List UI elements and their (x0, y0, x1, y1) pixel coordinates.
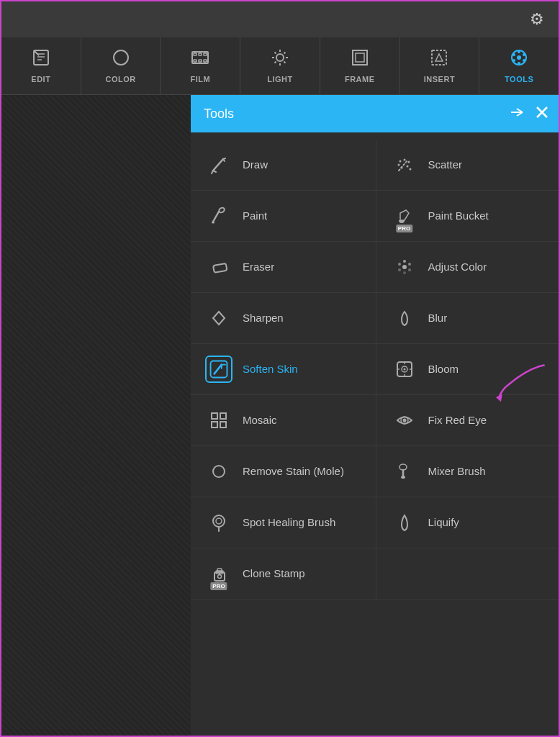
svg-rect-8 (199, 53, 202, 55)
draw-label: Draw (243, 158, 268, 172)
tool-row-1: Draw (191, 140, 560, 191)
tab-light[interactable]: LIGHT (240, 37, 320, 94)
mosaic-icon-wrapper (205, 407, 232, 434)
svg-point-45 (399, 160, 401, 163)
svg-marker-25 (435, 54, 443, 61)
tool-draw[interactable]: Draw (191, 140, 376, 190)
eraser-icon-wrapper (205, 253, 232, 281)
tool-row-5: Soften Skin Bloom (191, 344, 560, 395)
tool-sharpen[interactable]: Sharpen (191, 293, 376, 343)
svg-point-33 (512, 53, 515, 56)
tab-frame[interactable]: FRAME (320, 37, 400, 94)
pro-badge-clone-stamp: PRO (210, 582, 227, 590)
tool-bloom[interactable]: Bloom (376, 344, 561, 394)
tool-row-8: Spot Healing Brush Liquify (191, 497, 560, 548)
tab-edit[interactable]: EDIT (1, 37, 81, 94)
fix-red-eye-label: Fix Red Eye (428, 413, 487, 428)
svg-line-21 (275, 62, 276, 63)
tool-spot-healing[interactable]: Spot Healing Brush (191, 497, 376, 548)
svg-rect-77 (220, 422, 226, 428)
top-bar: ⚙ (1, 1, 559, 37)
tool-eraser[interactable]: Eraser (191, 242, 376, 292)
draw-icon-wrapper (205, 151, 232, 178)
svg-point-60 (408, 268, 411, 271)
tool-row-9: PRO Clone Stamp (191, 548, 560, 600)
tool-soften-skin[interactable]: Soften Skin (191, 344, 376, 394)
svg-rect-76 (212, 422, 217, 428)
scatter-label: Scatter (428, 158, 463, 172)
tab-edit-label: EDIT (31, 75, 50, 83)
tool-blur[interactable]: Blur (376, 293, 561, 343)
svg-line-1 (34, 50, 39, 55)
spot-healing-icon-wrapper (205, 509, 232, 536)
nav-tabs: EDIT COLOR FILM (1, 37, 559, 95)
tab-film[interactable]: FILM (161, 37, 240, 94)
edit-icon (32, 48, 50, 71)
remove-stain-icon-wrapper (205, 458, 232, 485)
blur-icon-wrapper (391, 304, 418, 332)
svg-point-31 (518, 62, 520, 65)
paint-bucket-icon-wrapper: PRO (391, 202, 418, 230)
liquify-icon-wrapper (391, 509, 418, 536)
adjust-color-label: Adjust Color (428, 260, 487, 274)
tab-color-label: COLOR (105, 75, 135, 83)
adjust-color-icon-wrapper (391, 253, 418, 281)
tool-scatter[interactable]: Scatter (376, 140, 561, 190)
svg-point-56 (402, 265, 407, 269)
svg-point-13 (276, 54, 284, 61)
tab-color[interactable]: COLOR (81, 37, 161, 94)
svg-point-84 (213, 515, 225, 527)
svg-line-18 (275, 53, 276, 54)
svg-rect-11 (199, 60, 202, 62)
svg-point-61 (403, 260, 406, 263)
paint-bucket-label: Paint Bucket (428, 209, 489, 223)
tool-liquify[interactable]: Liquify (376, 497, 561, 548)
tab-tools[interactable]: TOOLS (479, 37, 559, 94)
mosaic-label: Mosaic (243, 413, 277, 428)
svg-rect-9 (204, 53, 207, 55)
tool-clone-stamp[interactable]: PRO Clone Stamp (191, 548, 376, 599)
tab-frame-label: FRAME (345, 75, 375, 83)
svg-point-85 (216, 518, 222, 524)
svg-point-27 (517, 55, 521, 60)
pin-icon[interactable] (510, 105, 524, 123)
svg-point-83 (401, 476, 405, 479)
svg-point-90 (218, 575, 222, 579)
tool-row-6: Mosaic Fix Red Eye (191, 395, 560, 446)
tool-row-7: Remove Stain (Mole) Mixer Brush (191, 446, 560, 497)
tools-header-actions (510, 105, 548, 123)
bloom-label: Bloom (428, 362, 459, 376)
tool-empty (376, 548, 561, 599)
gear-icon[interactable]: ⚙ (530, 10, 544, 29)
svg-point-57 (398, 263, 401, 266)
eraser-label: Eraser (243, 260, 274, 274)
svg-point-49 (406, 166, 408, 168)
tool-row-3: Eraser Adjust Color (191, 242, 560, 293)
spot-healing-label: Spot Healing Brush (243, 515, 335, 530)
tool-remove-stain[interactable]: Remove Stain (Mole) (191, 446, 376, 497)
svg-rect-22 (353, 50, 367, 65)
sharpen-label: Sharpen (243, 311, 284, 325)
tab-insert[interactable]: INSERT (400, 37, 480, 94)
paint-label: Paint (243, 209, 267, 223)
svg-point-58 (408, 263, 411, 266)
tool-fix-red-eye[interactable]: Fix Red Eye (376, 395, 561, 446)
svg-point-79 (402, 419, 406, 422)
svg-point-54 (212, 222, 214, 224)
svg-line-19 (284, 62, 286, 63)
tool-paint-bucket[interactable]: PRO Paint Bucket (376, 191, 561, 241)
svg-line-20 (284, 53, 286, 54)
tab-insert-label: INSERT (424, 75, 455, 83)
tool-mosaic[interactable]: Mosaic (191, 395, 376, 446)
svg-line-64 (214, 365, 222, 374)
tool-paint[interactable]: Paint (191, 191, 376, 241)
svg-point-51 (409, 168, 411, 171)
close-icon[interactable] (536, 106, 548, 122)
svg-point-28 (518, 50, 520, 53)
tool-adjust-color[interactable]: Adjust Color (376, 242, 561, 292)
liquify-label: Liquify (428, 515, 459, 530)
tool-mixer-brush[interactable]: Mixer Brush (376, 446, 561, 497)
fix-red-eye-icon-wrapper (391, 407, 418, 434)
scatter-icon-wrapper (391, 151, 418, 178)
mixer-brush-label: Mixer Brush (428, 464, 486, 479)
